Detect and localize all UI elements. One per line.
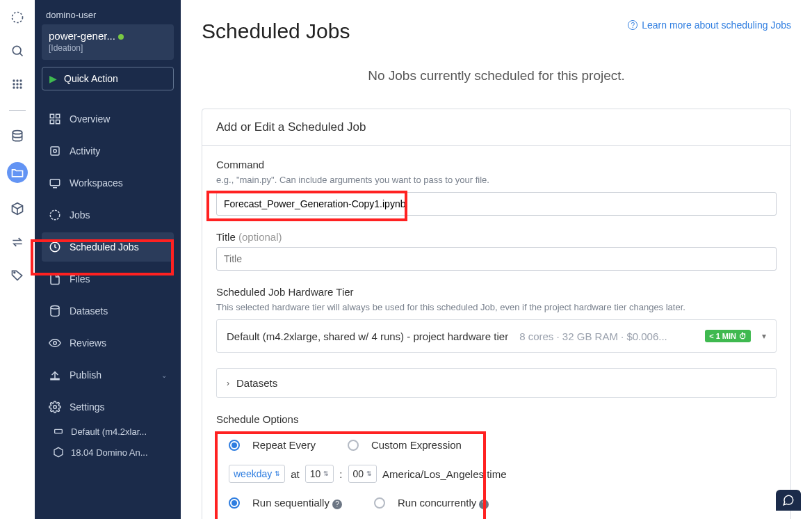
help-icon[interactable]: ? bbox=[479, 500, 489, 509]
sidebar-item-files[interactable]: Files bbox=[42, 264, 174, 294]
hw-badge-text: < 1 MIN bbox=[709, 332, 736, 340]
sidebar-item-datasets[interactable]: Datasets bbox=[42, 296, 174, 326]
command-input[interactable] bbox=[216, 192, 777, 216]
command-label: Command bbox=[216, 159, 777, 170]
empty-state: No Jobs currently scheduled for this pro… bbox=[202, 68, 791, 83]
sidebar-item-jobs[interactable]: Jobs bbox=[42, 200, 174, 230]
hw-label: Scheduled Job Hardware Tier bbox=[216, 286, 777, 298]
sidebar-sub-hardware[interactable]: Default (m4.2xlar... bbox=[53, 426, 174, 437]
chevron-down-icon: ⌄ bbox=[161, 372, 167, 379]
learn-more-link[interactable]: ? Learn more about scheduling Jobs bbox=[628, 19, 791, 31]
hour-value: 10 bbox=[310, 468, 321, 479]
nav-label: Scheduled Jobs bbox=[70, 241, 139, 253]
seq-label: Run sequentially? bbox=[252, 497, 342, 509]
svg-point-0 bbox=[12, 13, 22, 23]
unit-select[interactable]: weekday⇅ bbox=[229, 465, 285, 483]
title-field: Title (optional) bbox=[216, 231, 777, 271]
jobs-icon bbox=[49, 209, 61, 221]
logo-icon[interactable] bbox=[10, 10, 25, 25]
svg-point-24 bbox=[51, 306, 59, 310]
select-arrows-icon: ⇅ bbox=[275, 470, 280, 477]
project-name: power-gener... bbox=[49, 30, 115, 42]
question-icon: ? bbox=[628, 20, 638, 30]
hw-selector[interactable]: Default (m4.2xlarge, shared w/ 4 runs) -… bbox=[216, 319, 777, 353]
folder-icon[interactable] bbox=[7, 162, 28, 183]
quick-action-button[interactable]: ▶ Quick Action bbox=[42, 67, 174, 90]
title-input[interactable] bbox=[216, 247, 777, 271]
chat-widget[interactable] bbox=[776, 490, 801, 511]
svg-rect-15 bbox=[56, 114, 60, 118]
svg-point-4 bbox=[16, 79, 18, 81]
help-icon[interactable]: ? bbox=[332, 500, 342, 509]
apps-icon[interactable] bbox=[10, 77, 25, 92]
publish-icon bbox=[49, 369, 61, 381]
run-sequentially-radio[interactable] bbox=[229, 497, 240, 509]
activity-icon bbox=[49, 145, 61, 157]
tz-label: America/Los_Angeles time bbox=[382, 468, 506, 480]
hour-select[interactable]: 10⇅ bbox=[305, 465, 334, 483]
nav-label: Files bbox=[70, 273, 90, 285]
overview-icon bbox=[49, 113, 61, 125]
datasets-collapsible[interactable]: › Datasets bbox=[216, 368, 777, 398]
con-label: Run concurrently? bbox=[398, 497, 489, 509]
play-icon: ▶ bbox=[49, 73, 57, 84]
page-header: Scheduled Jobs ? Learn more about schedu… bbox=[202, 19, 791, 43]
datasets-label: Datasets bbox=[236, 377, 277, 389]
repeat-every-radio[interactable] bbox=[229, 440, 240, 451]
run-concurrently-radio[interactable] bbox=[374, 497, 385, 509]
chevron-down-icon: ▾ bbox=[758, 331, 766, 341]
search-icon[interactable] bbox=[10, 43, 25, 58]
title-label-text: Title bbox=[216, 231, 236, 243]
scheduled-job-panel: Add or Edit a Scheduled Job Command e.g.… bbox=[202, 109, 791, 519]
svg-point-13 bbox=[14, 272, 15, 273]
sidebar-item-workspaces[interactable]: Workspaces bbox=[42, 168, 174, 198]
workspaces-icon bbox=[49, 177, 61, 189]
colon: : bbox=[339, 468, 342, 480]
tag-icon[interactable] bbox=[10, 268, 25, 283]
database-icon[interactable] bbox=[10, 129, 25, 144]
unit-value: weekday bbox=[234, 468, 272, 479]
sidebar-item-reviews[interactable]: Reviews bbox=[42, 328, 174, 358]
swap-icon[interactable] bbox=[10, 234, 25, 250]
sidebar-item-overview[interactable]: Overview bbox=[42, 104, 174, 134]
svg-rect-18 bbox=[51, 147, 59, 155]
svg-point-27 bbox=[54, 406, 57, 409]
schedule-inner: Repeat Every Custom Expression weekday⇅ … bbox=[216, 429, 777, 512]
datasets-icon bbox=[49, 305, 61, 317]
schedule-options: Schedule Options Repeat Every Custom Exp… bbox=[216, 413, 777, 512]
sidebar-sub-env[interactable]: 18.04 Domino An... bbox=[53, 447, 174, 458]
svg-rect-16 bbox=[50, 120, 54, 124]
command-hint: e.g., "main.py". Can include arguments y… bbox=[216, 175, 777, 185]
sidebar-item-publish[interactable]: Publish⌄ bbox=[42, 360, 174, 390]
con-text: Run concurrently bbox=[398, 497, 476, 509]
project-stage: [Ideation] bbox=[49, 43, 167, 53]
nav-label: Reviews bbox=[70, 337, 106, 349]
page-title: Scheduled Jobs bbox=[202, 19, 350, 43]
seq-text: Run sequentially bbox=[252, 497, 330, 509]
title-optional: (optional) bbox=[238, 231, 282, 243]
rail-separator bbox=[9, 110, 26, 111]
env-icon bbox=[53, 447, 64, 458]
sidebar-user[interactable]: domino-user bbox=[42, 10, 174, 24]
sidebar-item-scheduled-jobs[interactable]: Scheduled Jobs bbox=[42, 232, 174, 262]
hw-hint: This selected hardware tier will always … bbox=[216, 302, 777, 312]
custom-label: Custom Expression bbox=[371, 439, 462, 451]
icon-rail bbox=[0, 0, 35, 519]
svg-rect-26 bbox=[51, 378, 59, 380]
repeat-label: Repeat Every bbox=[252, 439, 316, 451]
title-label: Title (optional) bbox=[216, 231, 777, 243]
sidebar-item-settings[interactable]: Settings bbox=[42, 392, 174, 422]
clock-mini-icon: ⏱ bbox=[739, 332, 747, 340]
minute-select[interactable]: 00⇅ bbox=[348, 465, 377, 483]
sidebar-item-activity[interactable]: Activity bbox=[42, 136, 174, 166]
svg-point-1 bbox=[13, 46, 21, 54]
sidebar-sub: Default (m4.2xlar... 18.04 Domino An... bbox=[42, 422, 174, 458]
sub-label: Default (m4.2xlar... bbox=[71, 426, 147, 437]
nav-label: Jobs bbox=[70, 209, 90, 221]
minute-value: 00 bbox=[353, 468, 364, 479]
file-icon bbox=[49, 273, 61, 285]
sidebar-project-card[interactable]: power-gener... [Ideation] bbox=[42, 24, 174, 60]
custom-expression-radio[interactable] bbox=[348, 440, 359, 451]
svg-rect-28 bbox=[55, 429, 63, 433]
cube-icon[interactable] bbox=[10, 201, 25, 216]
